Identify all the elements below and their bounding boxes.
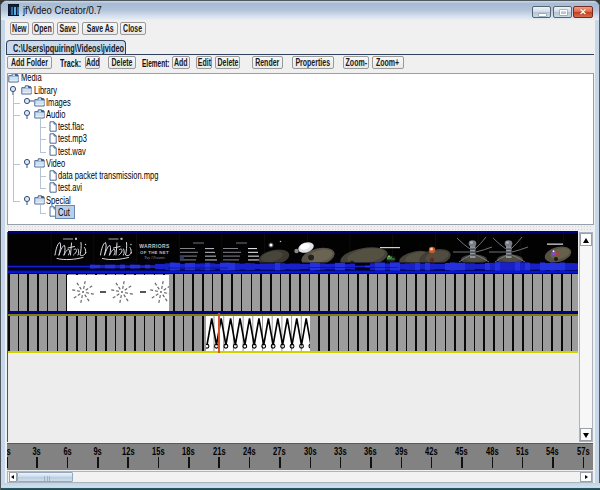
svg-text:WARRIORS: WARRIORS	[139, 243, 170, 249]
svg-text:Trey J Presents: Trey J Presents	[144, 256, 165, 260]
svg-text:OF THE NET: OF THE NET	[140, 250, 169, 255]
